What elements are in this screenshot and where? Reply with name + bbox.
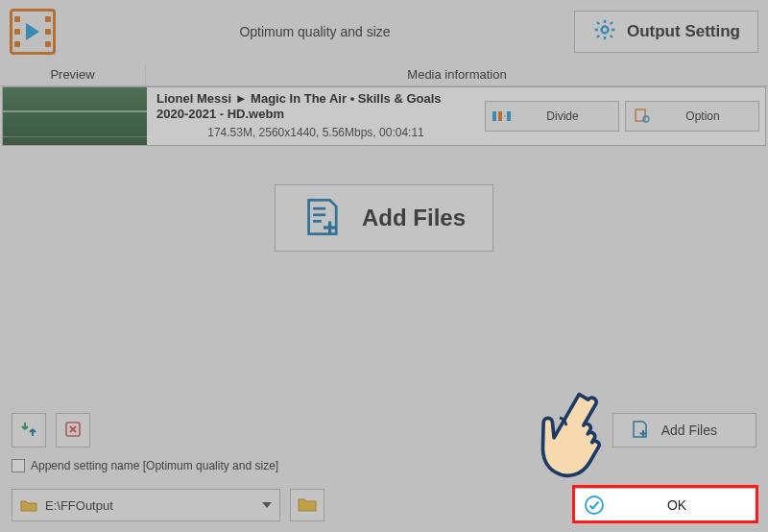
ok-check-icon	[575, 495, 613, 516]
folder-icon	[298, 496, 317, 515]
option-icon	[626, 108, 659, 125]
output-setting-button[interactable]: Output Setting	[574, 11, 758, 53]
divide-icon	[486, 109, 518, 123]
browse-folder-button[interactable]	[290, 489, 324, 521]
video-thumbnail[interactable]	[3, 87, 147, 145]
preview-header: Preview	[0, 63, 146, 85]
media-title: Lionel Messi ► Magic In The Air • Skills…	[156, 91, 475, 123]
add-file-icon	[302, 196, 345, 241]
remove-button[interactable]	[56, 413, 90, 447]
column-headers: Preview Media information	[0, 63, 768, 86]
app-logo	[10, 9, 56, 55]
svg-point-6	[643, 116, 649, 122]
svg-point-17	[586, 496, 603, 514]
merge-button[interactable]	[12, 413, 46, 447]
add-files-small-button[interactable]: Add Files	[612, 413, 756, 447]
svg-rect-4	[507, 111, 511, 121]
merge-icon	[19, 420, 38, 442]
output-path-dropdown[interactable]: E:\FFOutput	[12, 489, 280, 521]
ok-label: OK	[613, 497, 756, 513]
append-setting-label: Append setting name [Optimum quality and…	[31, 459, 278, 472]
svg-point-0	[602, 26, 609, 33]
add-files-big-button[interactable]: Add Files	[275, 184, 493, 252]
ok-button[interactable]: OK	[574, 488, 756, 522]
chevron-down-icon	[262, 502, 272, 508]
media-info-header: Media information	[146, 63, 768, 85]
svg-rect-2	[498, 111, 502, 121]
folder-small-icon: E:\FFOutput	[20, 498, 113, 513]
gear-icon	[592, 17, 617, 47]
append-setting-checkbox[interactable]	[12, 459, 25, 472]
output-setting-label: Output Setting	[627, 22, 740, 41]
add-file-small-icon	[631, 420, 650, 442]
add-files-big-label: Add Files	[362, 205, 466, 231]
remove-icon	[63, 420, 83, 442]
option-button[interactable]: Option	[625, 101, 759, 132]
media-metadata: 174.53M, 2560x1440, 5.56Mbps, 00:04:11	[156, 126, 475, 141]
divide-button[interactable]: Divide	[485, 101, 619, 132]
media-list-item[interactable]: Lionel Messi ► Magic In The Air • Skills…	[2, 86, 766, 146]
quality-profile-label[interactable]: Optimum quality and size	[65, 24, 564, 39]
svg-rect-1	[492, 111, 496, 121]
